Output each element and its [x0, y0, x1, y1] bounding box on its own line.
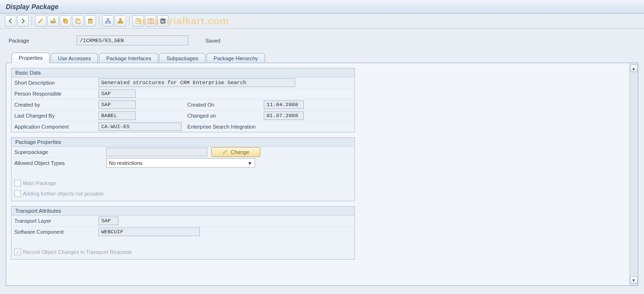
group-transport-attributes: Transport Attributes Transport Layer SAP… — [11, 206, 355, 260]
empty-panel-area — [360, 63, 629, 285]
group-title-transport: Transport Attributes — [11, 207, 354, 216]
svg-rect-11 — [109, 22, 111, 23]
allowed-types-select[interactable]: No restrictions ▼ — [106, 158, 255, 168]
properties-panel: Basic Data Short Description Generated s… — [6, 63, 360, 285]
tab-package-hierarchy[interactable]: Package Hierarchy — [206, 53, 265, 63]
svg-point-0 — [42, 19, 43, 20]
svg-rect-9 — [107, 19, 109, 20]
trash-icon — [87, 18, 94, 24]
status-text: Saved — [205, 38, 220, 44]
copy-button[interactable] — [72, 15, 84, 27]
short-desc-label: Short Description — [14, 80, 98, 86]
change-button[interactable]: Change — [211, 147, 260, 157]
package-label: Package — [9, 38, 71, 44]
svg-rect-7 — [89, 20, 92, 23]
group-title-basic: Basic Data — [11, 68, 354, 77]
separator — [129, 16, 129, 26]
tab-area: Properties Use Accesses Package Interfac… — [6, 52, 638, 286]
record-changes-label: Record Object Changes in Transport Reque… — [23, 249, 132, 255]
last-changed-by-label: Last Changed By — [14, 113, 98, 119]
record-changes-checkbox — [14, 249, 21, 255]
documentation-button[interactable] — [132, 15, 144, 27]
adding-not-possible-label: Adding further objects not possible — [23, 191, 104, 196]
hierarchy-button[interactable] — [115, 15, 126, 27]
allowed-types-value: No restrictions — [109, 160, 142, 166]
transport-layer-label: Transport Layer — [14, 218, 98, 224]
scroll-down-button[interactable]: ▾ — [630, 276, 638, 284]
forward-button[interactable] — [17, 15, 29, 27]
svg-rect-4 — [64, 20, 67, 23]
created-on-field[interactable]: 11.04.2008 — [264, 100, 304, 109]
wand-button[interactable] — [35, 15, 46, 27]
tab-package-interfaces[interactable]: Package Interfaces — [99, 53, 158, 63]
changed-on-label: Changed on — [187, 113, 264, 119]
wand-icon — [37, 18, 44, 24]
person-resp-field[interactable]: SAP — [98, 89, 136, 98]
group-package-properties: Package Properties Superpackage Change — [11, 137, 355, 201]
svg-rect-15 — [121, 22, 123, 23]
tab-properties[interactable]: Properties — [11, 53, 50, 63]
last-changed-by-field[interactable]: BABEL — [98, 111, 136, 120]
changed-on-field[interactable]: 01.07.2008 — [264, 111, 304, 120]
scroll-up-button[interactable]: ▴ — [630, 65, 638, 72]
main-package-label: Main Package — [23, 180, 56, 186]
info-icon: H — [160, 18, 166, 24]
tree-icon — [105, 18, 111, 24]
hierarchy-icon — [117, 18, 124, 24]
display-edit-button[interactable] — [47, 15, 59, 27]
transport-layer-field[interactable]: SAP — [98, 217, 118, 225]
svg-rect-10 — [106, 22, 107, 23]
svg-text:H: H — [161, 19, 164, 24]
allowed-types-label: Allowed Object Types — [14, 160, 106, 166]
package-field[interactable]: /1CRMES/ES_GEN — [76, 35, 188, 45]
svg-point-1 — [51, 21, 53, 23]
chevron-down-icon: ▼ — [247, 161, 252, 166]
app-comp-label: Application Component — [14, 124, 98, 130]
person-resp-label: Person Responsible — [14, 91, 98, 97]
back-button[interactable] — [5, 15, 16, 27]
where-used-button[interactable] — [102, 15, 114, 27]
svg-rect-13 — [118, 22, 120, 23]
tab-strip: Properties Use Accesses Package Interfac… — [6, 52, 638, 63]
tab-use-accesses[interactable]: Use Accesses — [51, 53, 98, 63]
change-button-label: Change — [231, 149, 249, 155]
arrow-right-icon — [20, 18, 26, 24]
short-desc-field[interactable]: Generated structures for CRM Enterprise … — [98, 78, 295, 87]
superpackage-field[interactable] — [106, 148, 207, 156]
pencil-glasses-icon — [50, 18, 56, 24]
arrow-left-icon — [7, 18, 14, 24]
group-title-pkgprops: Package Properties — [11, 138, 354, 147]
separator — [99, 16, 99, 26]
separator — [32, 16, 32, 26]
list-icon — [147, 18, 154, 24]
created-by-label: Created by — [14, 102, 98, 108]
created-on-label: Created On — [187, 102, 264, 108]
header-fields: Package /1CRMES/ES_GEN Saved — [0, 29, 644, 52]
software-component-field[interactable]: WEBCUIF — [98, 228, 200, 236]
pencil-icon — [222, 149, 228, 155]
document-icon — [135, 18, 141, 24]
list-button[interactable] — [145, 15, 156, 27]
svg-rect-14 — [119, 22, 121, 23]
page-title: Display Package — [6, 3, 59, 11]
svg-point-2 — [53, 21, 55, 23]
scrollbar[interactable]: ▴ ▾ — [629, 63, 638, 285]
tab-subpackages[interactable]: Subpackages — [159, 53, 205, 63]
svg-rect-8 — [88, 19, 93, 20]
main-package-checkbox — [14, 180, 21, 186]
svg-rect-16 — [136, 19, 140, 24]
app-comp-text: Enterprise Search Integration — [187, 124, 256, 130]
tab-panel: Basic Data Short Description Generated s… — [6, 63, 638, 286]
group-basic-data: Basic Data Short Description Generated s… — [11, 68, 355, 132]
other-object-icon — [62, 18, 69, 24]
software-component-label: Software Component — [14, 229, 98, 235]
toolbar: H w.tutorialkart.com — [0, 14, 644, 29]
app-comp-field[interactable]: CA-WUI-ES — [98, 122, 182, 131]
info-button[interactable]: H — [157, 15, 169, 27]
created-by-field[interactable]: SAP — [98, 100, 136, 109]
other-object-button[interactable] — [60, 15, 71, 27]
delete-button[interactable] — [85, 15, 96, 27]
superpackage-label: Superpackage — [14, 149, 106, 155]
app-window: Display Package — [0, 0, 644, 294]
svg-rect-12 — [119, 19, 121, 20]
